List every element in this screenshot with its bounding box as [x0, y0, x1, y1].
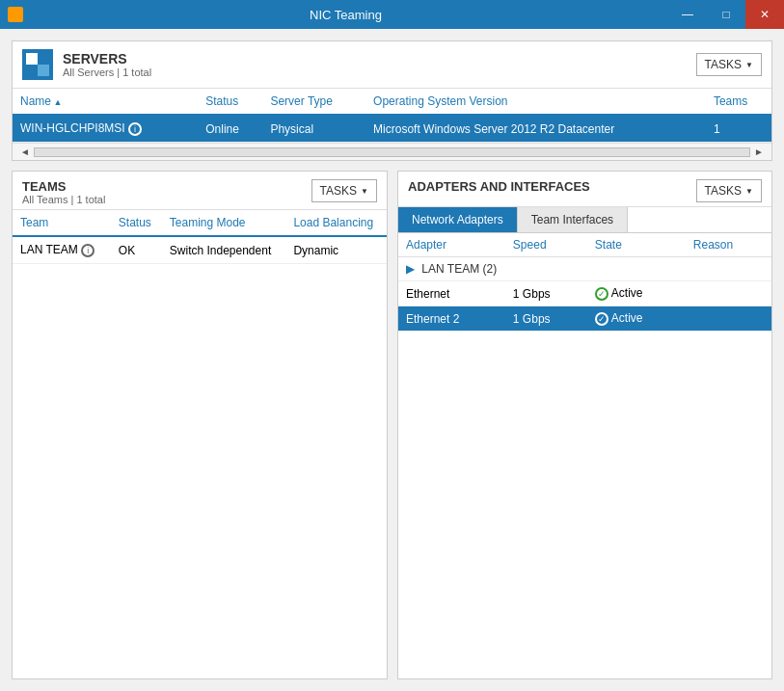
- group-name: LAN TEAM (2): [421, 262, 497, 276]
- team-status: OK: [111, 236, 162, 264]
- adapter-speed: 1 Gbps: [505, 281, 587, 306]
- server-name: WIN-HGLCHPI8MSI i: [13, 115, 198, 143]
- servers-scrollbar[interactable]: ◄ ►: [13, 143, 771, 160]
- teams-tasks-arrow-icon: ▼: [361, 187, 368, 196]
- adapters-col-adapter[interactable]: Adapter: [398, 233, 505, 257]
- maximize-button[interactable]: □: [707, 0, 745, 29]
- teams-header: TEAMS All Teams | 1 total TASKS ▼: [13, 172, 387, 210]
- ok-icon: i: [81, 244, 95, 257]
- servers-section: SERVERS All Servers | 1 total TASKS ▼ Na…: [12, 40, 772, 161]
- teams-title: TEAMS: [22, 179, 105, 194]
- teams-col-team[interactable]: Team: [13, 210, 111, 236]
- adapters-table-container: Adapter Speed State Reason ▶ LAN TEAM (2…: [398, 233, 771, 332]
- teams-table-header-row: Team Status Teaming Mode Load Balancing: [13, 210, 387, 236]
- teams-table: Team Status Teaming Mode Load Balancing …: [13, 210, 387, 264]
- adapters-table-header-row: Adapter Speed State Reason: [398, 233, 771, 257]
- server-teams: 1: [706, 115, 771, 143]
- servers-table: Name Status Server Type Operating System…: [13, 89, 771, 143]
- adapters-col-reason[interactable]: Reason: [686, 233, 771, 257]
- servers-col-os[interactable]: Operating System Version: [365, 89, 706, 115]
- teams-table-container: Team Status Teaming Mode Load Balancing …: [13, 210, 387, 264]
- active-icon: ✓: [595, 312, 608, 326]
- minimize-button[interactable]: —: [668, 0, 707, 29]
- servers-table-header-row: Name Status Server Type Operating System…: [13, 89, 771, 115]
- adapters-title: ADAPTERS AND INTERFACES: [408, 179, 590, 194]
- adapters-tasks-button[interactable]: TASKS ▼: [696, 179, 762, 202]
- adapter-name: Ethernet 2: [398, 306, 505, 332]
- scroll-right-icon[interactable]: ►: [750, 146, 768, 157]
- servers-col-type[interactable]: Server Type: [262, 89, 365, 115]
- tab-team-interfaces[interactable]: Team Interfaces: [518, 207, 628, 232]
- scroll-left-icon[interactable]: ◄: [16, 146, 34, 157]
- group-collapse-icon[interactable]: ▶: [406, 262, 415, 276]
- tab-network-adapters[interactable]: Network Adapters: [398, 207, 518, 232]
- teams-section: TEAMS All Teams | 1 total TASKS ▼ Team S…: [12, 171, 388, 679]
- adapters-tasks-arrow-icon: ▼: [745, 187, 753, 196]
- adapter-state: ✓Active: [587, 306, 686, 332]
- app-icon: [8, 7, 23, 22]
- tasks-arrow-icon: ▼: [745, 61, 753, 69]
- adapters-header: ADAPTERS AND INTERFACES TASKS ▼: [398, 172, 771, 207]
- tabs-row: Network Adapters Team Interfaces: [398, 207, 771, 233]
- adapters-table: Adapter Speed State Reason ▶ LAN TEAM (2…: [398, 233, 771, 332]
- table-row[interactable]: LAN TEAM i OK Switch Independent Dynamic: [13, 236, 387, 264]
- adapters-section: ADAPTERS AND INTERFACES TASKS ▼ Network …: [397, 171, 772, 679]
- servers-tasks-button[interactable]: TASKS ▼: [696, 53, 762, 76]
- server-os: Microsoft Windows Server 2012 R2 Datacen…: [365, 115, 706, 143]
- table-row[interactable]: Ethernet 1 Gbps ✓Active: [398, 281, 771, 306]
- servers-col-name[interactable]: Name: [13, 89, 198, 115]
- window-title: NIC Teaming: [23, 8, 668, 22]
- teams-col-lb[interactable]: Load Balancing: [285, 210, 387, 236]
- servers-subtitle: All Servers | 1 total: [63, 66, 696, 78]
- adapters-col-speed[interactable]: Speed: [505, 233, 587, 257]
- server-type: Physical: [262, 115, 365, 143]
- close-button[interactable]: ✕: [745, 0, 784, 29]
- adapters-col-state[interactable]: State: [587, 233, 686, 257]
- online-icon: i: [128, 122, 142, 136]
- adapter-name: Ethernet: [398, 281, 505, 306]
- server-status: Online: [198, 115, 262, 143]
- active-icon: ✓: [595, 287, 608, 301]
- window-controls: — □ ✕: [668, 0, 784, 29]
- servers-table-container: Name Status Server Type Operating System…: [13, 89, 771, 143]
- adapter-reason: [686, 306, 771, 332]
- teams-col-status[interactable]: Status: [111, 210, 162, 236]
- main-content: SERVERS All Servers | 1 total TASKS ▼ Na…: [0, 29, 784, 691]
- servers-col-status[interactable]: Status: [198, 89, 262, 115]
- bottom-sections: TEAMS All Teams | 1 total TASKS ▼ Team S…: [12, 171, 772, 679]
- adapter-reason: [686, 281, 771, 306]
- team-mode: Switch Independent: [162, 236, 286, 264]
- adapters-group-header: ▶ LAN TEAM (2): [398, 257, 771, 281]
- servers-title: SERVERS: [63, 51, 696, 66]
- teams-tasks-button[interactable]: TASKS ▼: [311, 179, 377, 202]
- table-row[interactable]: WIN-HGLCHPI8MSI i Online Physical Micros…: [13, 115, 771, 143]
- scrollbar-track[interactable]: [34, 147, 750, 157]
- team-lb: Dynamic: [285, 236, 387, 264]
- servers-header: SERVERS All Servers | 1 total TASKS ▼: [13, 41, 771, 89]
- teams-col-mode[interactable]: Teaming Mode: [162, 210, 286, 236]
- servers-col-teams[interactable]: Teams: [706, 89, 771, 115]
- titlebar: NIC Teaming — □ ✕: [0, 0, 784, 29]
- team-name: LAN TEAM i: [13, 236, 111, 264]
- table-row[interactable]: Ethernet 2 1 Gbps ✓Active: [398, 306, 771, 332]
- teams-subtitle: All Teams | 1 total: [22, 194, 105, 205]
- servers-icon: [22, 49, 53, 80]
- adapter-state: ✓Active: [587, 281, 686, 306]
- adapter-speed: 1 Gbps: [505, 306, 587, 332]
